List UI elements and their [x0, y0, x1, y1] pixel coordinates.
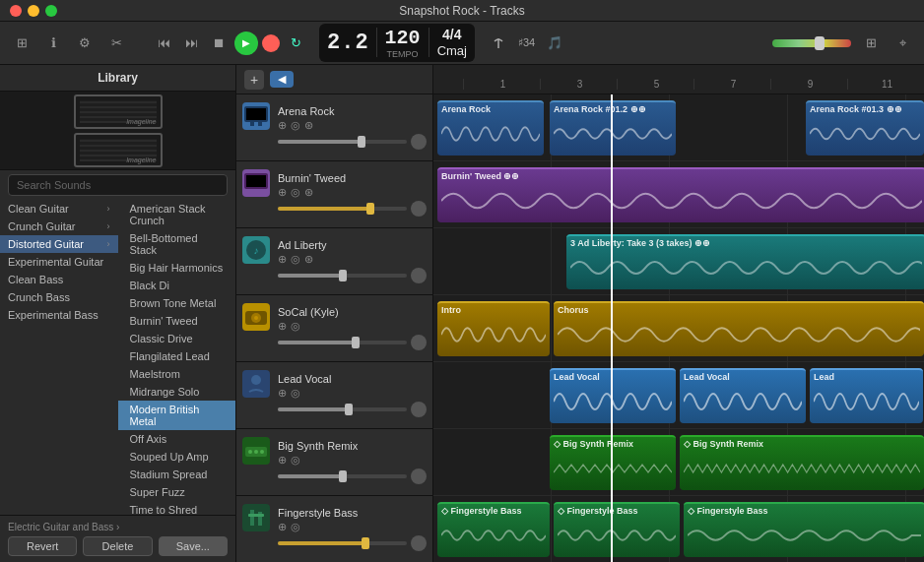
smart-controls-small-button[interactable]: ◀: [270, 71, 294, 88]
category-crunch-bass[interactable]: Crunch Bass: [0, 288, 118, 306]
delete-button[interactable]: Delete: [83, 536, 152, 556]
library-button[interactable]: ⊞: [859, 31, 883, 55]
stop-button[interactable]: ⏹: [207, 31, 231, 55]
clip-big-synth-2[interactable]: ◇ Big Synth Remix: [680, 435, 924, 490]
lib-item-modern-british[interactable]: Modern British Metal: [118, 401, 236, 430]
volume-thumb[interactable]: [815, 36, 825, 50]
solo-button-socal-kyle[interactable]: ◎: [291, 320, 300, 333]
key-sig-display[interactable]: Cmaj: [437, 43, 467, 58]
scissors-button[interactable]: ✂: [104, 31, 128, 55]
mute-button-lead-vocal[interactable]: ⊕: [278, 387, 287, 400]
tuner-button[interactable]: [487, 31, 510, 55]
tempo-display[interactable]: 120: [385, 27, 421, 49]
category-experimental-guitar[interactable]: Experimental Guitar: [0, 253, 118, 271]
minimize-button[interactable]: [28, 5, 39, 17]
revert-button[interactable]: Revert: [8, 536, 77, 556]
track-arena-rock[interactable]: Arena Rock ⊕ ◎ ⊛: [236, 94, 432, 161]
lib-item-big-hair[interactable]: Big Hair Harmonics: [118, 259, 236, 277]
clip-lead-vocal-3[interactable]: Lead: [810, 368, 923, 423]
tracks-canvas[interactable]: Arena Rock Arena Rock #01.2 ⊕⊕: [433, 94, 924, 562]
clip-lead-vocal-2[interactable]: Lead Vocal: [680, 368, 806, 423]
clip-burnin-tweed-1[interactable]: Burnin' Tweed ⊕⊕: [437, 167, 924, 222]
lib-item-maelstrom[interactable]: Maelstrom: [118, 365, 236, 383]
lib-item-american-stack[interactable]: American Stack Crunch: [118, 200, 236, 229]
clip-socal-intro[interactable]: Intro: [437, 301, 550, 356]
track-fader-arena-rock[interactable]: [278, 140, 407, 144]
fullscreen-button[interactable]: [45, 5, 57, 17]
track-burnin-tweed[interactable]: Burnin' Tweed ⊕ ◎ ⊛: [236, 161, 432, 228]
clip-arena-rock-1[interactable]: Arena Rock: [437, 100, 544, 156]
playhead[interactable]: [611, 94, 613, 562]
mute-button-socal-kyle[interactable]: ⊕: [278, 320, 287, 333]
lib-item-time-to-shred[interactable]: Time to Shred: [118, 501, 236, 515]
mute-button-ad-liberty[interactable]: ⊕: [278, 253, 287, 266]
track-fader-fingerstyle-bass[interactable]: [278, 541, 407, 545]
solo-button-ad-liberty[interactable]: ◎: [291, 253, 300, 266]
category-clean-bass[interactable]: Clean Bass: [0, 271, 118, 288]
rec-button-arena-rock[interactable]: ⊛: [304, 119, 313, 132]
track-fader-ad-liberty[interactable]: [278, 274, 407, 278]
solo-button-burnin-tweed[interactable]: ◎: [291, 186, 300, 199]
info-button[interactable]: ℹ: [41, 31, 65, 55]
lib-item-souped-up[interactable]: Souped Up Amp: [118, 448, 236, 466]
clip-arena-rock-2[interactable]: Arena Rock #01.2 ⊕⊕: [550, 100, 676, 156]
clip-lead-vocal-1[interactable]: Lead Vocal: [550, 368, 676, 423]
track-ad-liberty[interactable]: ♪ Ad Liberty ⊕ ◎ ⊛: [236, 228, 432, 295]
smart-controls-button[interactable]: ⊞: [10, 31, 33, 55]
time-sig-display[interactable]: 4/4: [442, 27, 461, 42]
category-clean-guitar[interactable]: Clean Guitar ›: [0, 200, 118, 218]
category-experimental-bass[interactable]: Experimental Bass: [0, 306, 118, 324]
category-distorted-guitar[interactable]: Distorted Guitar ›: [0, 235, 118, 253]
solo-button-fingerstyle-bass[interactable]: ◎: [291, 521, 300, 533]
metronome-button[interactable]: 🎵: [543, 31, 566, 55]
lib-item-flangilated[interactable]: Flangilated Lead: [118, 347, 236, 365]
clip-socal-chorus[interactable]: Chorus: [554, 301, 924, 356]
lib-item-brown-tone[interactable]: Brown Tone Metal: [118, 294, 236, 312]
rec-button-burnin-tweed[interactable]: ⊛: [304, 186, 313, 199]
track-fader-row-big-synth-remix: [278, 468, 427, 484]
track-socal-kyle[interactable]: SoCal (Kyle) ⊕ ◎: [236, 295, 432, 362]
settings-button[interactable]: ⚙: [73, 31, 97, 55]
search-input[interactable]: [8, 174, 228, 196]
lib-item-midrange-solo[interactable]: Midrange Solo: [118, 383, 236, 401]
track-lead-vocal[interactable]: Lead Vocal ⊕ ◎: [236, 362, 432, 429]
lib-item-classic-drive[interactable]: Classic Drive: [118, 330, 236, 347]
track-fader-big-synth-remix[interactable]: [278, 474, 407, 478]
solo-button-lead-vocal[interactable]: ◎: [291, 387, 300, 400]
lib-item-burnin-tweed[interactable]: Burnin' Tweed: [118, 312, 236, 330]
lib-item-black-di[interactable]: Black Di: [118, 277, 236, 294]
category-crunch-guitar[interactable]: Crunch Guitar ›: [0, 218, 118, 235]
play-button[interactable]: ▶: [234, 31, 258, 55]
editor-button[interactable]: ⌖: [891, 31, 914, 55]
clip-fingerstyle-bass-2[interactable]: ◇ Fingerstyle Bass: [554, 502, 680, 557]
clip-fingerstyle-bass-1[interactable]: ◇ Fingerstyle Bass: [437, 502, 550, 557]
track-fingerstyle-bass[interactable]: Fingerstyle Bass ⊕ ◎: [236, 496, 432, 562]
record-button[interactable]: [262, 34, 280, 52]
rec-button-ad-liberty[interactable]: ⊛: [304, 253, 313, 266]
close-button[interactable]: [10, 5, 22, 17]
track-fader-socal-kyle[interactable]: [278, 341, 407, 344]
lib-item-stadium-spread[interactable]: Stadium Spread: [118, 466, 236, 483]
mute-button-arena-rock[interactable]: ⊕: [278, 119, 287, 132]
mute-button-burnin-tweed[interactable]: ⊕: [278, 186, 287, 199]
save-button[interactable]: Save...: [159, 536, 228, 556]
mute-button-fingerstyle-bass[interactable]: ⊕: [278, 521, 287, 533]
clip-big-synth-1[interactable]: ◇ Big Synth Remix: [550, 435, 676, 490]
master-volume-slider[interactable]: [772, 39, 851, 47]
track-big-synth-remix[interactable]: Big Synth Remix ⊕ ◎: [236, 429, 432, 496]
add-track-button[interactable]: +: [244, 70, 264, 90]
lib-item-bell-bottomed[interactable]: Bell-Bottomed Stack: [118, 229, 236, 259]
mute-button-big-synth-remix[interactable]: ⊕: [278, 454, 287, 467]
clip-fingerstyle-bass-3[interactable]: ◇ Fingerstyle Bass: [684, 502, 924, 557]
rewind-button[interactable]: ⏮: [152, 31, 175, 55]
clip-ad-liberty-1[interactable]: 3 Ad Liberty: Take 3 (3 takes) ⊕⊕: [566, 234, 924, 289]
solo-button-arena-rock[interactable]: ◎: [291, 119, 300, 132]
track-fader-lead-vocal[interactable]: [278, 407, 407, 411]
lib-item-super-fuzz[interactable]: Super Fuzz: [118, 483, 236, 501]
solo-button-big-synth-remix[interactable]: ◎: [291, 454, 300, 467]
track-fader-burnin-tweed[interactable]: [278, 207, 407, 211]
lib-item-off-axis[interactable]: Off Axis: [118, 430, 236, 448]
clip-arena-rock-3[interactable]: Arena Rock #01.3 ⊕⊕: [806, 100, 924, 156]
fast-forward-button[interactable]: ⏭: [179, 31, 203, 55]
cycle-button[interactable]: ↻: [284, 31, 307, 55]
